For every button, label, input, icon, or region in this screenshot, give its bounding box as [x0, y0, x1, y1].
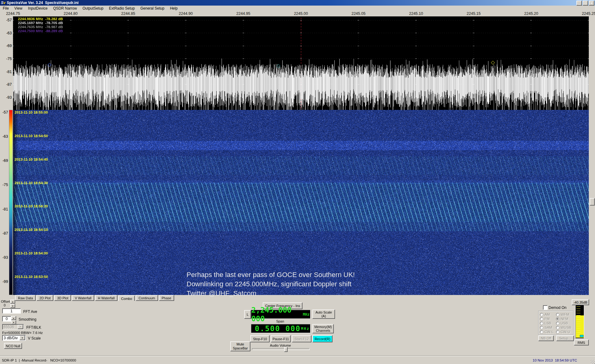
demod-mode-radio[interactable]: FM — [540, 317, 556, 321]
db-tick-label: -87 — [6, 83, 12, 87]
status-device-info: SDR-IP 1 | -Manual Record- NCO=10700000 — [2, 358, 76, 362]
fft-blk-label: FFT/BLK — [26, 325, 41, 330]
memory-channels-button[interactable]: Memory(M) Channels — [312, 324, 334, 333]
menu-item[interactable]: ExtRadio Setup — [106, 6, 138, 11]
window-control-button[interactable]: × — [589, 1, 594, 6]
frequency-tick-label: 2244.75 — [6, 11, 20, 16]
view-tab[interactable]: 3D Plot — [54, 295, 71, 301]
display-area: 2244.752244.802244.852244.902244.952245.… — [0, 11, 595, 295]
demod-on-label: Demod On — [549, 306, 566, 310]
spin-up-icon[interactable]: ▲ — [10, 300, 15, 304]
demod-mode-radio[interactable]: AM — [540, 312, 556, 317]
dropdown-icon[interactable]: ▼ — [20, 336, 25, 340]
offset-spinner[interactable]: ▲ ▼ — [10, 300, 15, 308]
frequency-tick-label: 2244.80 — [64, 11, 77, 16]
record-button[interactable]: Record(R) — [312, 335, 333, 342]
menu-item[interactable]: QSDR Narrow — [51, 6, 80, 11]
view-tab[interactable]: H Waterfall — [95, 295, 117, 301]
pause-button[interactable]: Pause-F11 — [271, 335, 291, 342]
view-tab[interactable]: 2D Plot — [37, 295, 53, 301]
offset-label: Offset — [1, 300, 10, 303]
demod-mode-radio[interactable]: SAM — [540, 325, 556, 330]
view-tab[interactable]: V Waterfall — [72, 295, 94, 301]
menu-item[interactable]: General Setup — [138, 6, 167, 11]
smoothing-input[interactable] — [2, 316, 11, 322]
lock-button[interactable]: L — [244, 310, 251, 319]
frequency-tick-label: 2244.90 — [179, 11, 193, 16]
auto-scale-button[interactable]: Auto Scale (A) — [312, 310, 335, 319]
db-tick-label: -75 — [6, 57, 12, 61]
window-titlebar[interactable]: Sv SpectraVue Ver. 3.24 SpectraVueqsdr.i… — [0, 0, 595, 6]
db-tick-label: -57 — [2, 110, 8, 115]
demod-mode-radio[interactable]: CW-L — [540, 330, 556, 334]
v-scale-label: V Scale — [28, 336, 41, 340]
annotation-line: Perhaps the last ever pass of GOCE over … — [187, 270, 355, 280]
nco-null-button[interactable]: NCO Null — [4, 343, 22, 349]
spin-up-icon[interactable]: ▲ — [11, 316, 16, 320]
view-tab[interactable]: Phase — [159, 295, 174, 301]
marker-readout: 2244.9836 MHz -78.282 dB — [18, 17, 63, 21]
stop-button[interactable]: Stop-F10 — [250, 335, 270, 342]
pane-splitter-handle[interactable] — [590, 198, 595, 206]
meter-marker[interactable] — [580, 335, 584, 337]
audio-volume-label: Audio Volume — [252, 344, 309, 347]
waterfall-db-scale: -57-63-69-75-81-87-93-99 — [0, 110, 8, 284]
dropdown-icon[interactable]: ▼ — [18, 325, 23, 329]
frequency-tick-label: 2245.10 — [409, 11, 423, 16]
demod-on-checkbox[interactable] — [543, 305, 548, 310]
signal-level-display: -40.35dB — [572, 299, 589, 305]
spectrum-canvas[interactable] — [13, 16, 589, 110]
window-title: SpectraVue Ver. 3.24 SpectraVueqsdr.ini — [7, 1, 79, 5]
radio-icon — [556, 317, 559, 321]
timestamp-label: 2013-11-10 18:55:00 — [15, 110, 48, 115]
center-frequency-display[interactable]: 2,245.000 000MHz — [251, 310, 311, 319]
v-scale-select[interactable]: 3 dB/Div ▼ — [2, 335, 26, 341]
demod-mode-radio[interactable]: LSB — [540, 321, 556, 325]
window-control-button[interactable]: _ — [576, 1, 582, 6]
frequency-tick-label: 2245.00 — [294, 11, 308, 16]
timestamp-label: 2013-11-10 18:54:40 — [15, 158, 48, 162]
resize-grip-icon[interactable] — [591, 360, 595, 364]
frequency-tick-label: 2245.05 — [351, 11, 365, 16]
radio-icon — [540, 317, 543, 321]
menu-item[interactable]: File — [0, 6, 11, 11]
slider-thumb[interactable] — [284, 347, 288, 352]
control-panel: Offset 0 ▲ ▼ FFT Ave ▲ ▼ Smoothing 65536… — [0, 301, 595, 356]
audio-level-meter — [575, 305, 584, 339]
frequency-scale: 2244.752244.802244.852244.902244.952245.… — [13, 11, 589, 16]
demod-mode-radio[interactable]: WUSB — [556, 325, 572, 330]
db-tick-label: -69 — [2, 159, 8, 163]
sample-rate-info: Fs=500000 RBW= 7.6 Hz — [2, 331, 43, 335]
mute-button[interactable]: Mute SpaceBar — [230, 341, 250, 351]
db-tick-label: -57 — [6, 18, 12, 22]
marker-readout: 2244.7635 MHz -78.987 dB — [18, 25, 63, 29]
menu-item[interactable]: View — [11, 6, 25, 11]
rms-button[interactable]: RMS — [574, 340, 589, 345]
spectravue-window: Sv SpectraVue Ver. 3.24 SpectraVueqsdr.i… — [0, 0, 595, 364]
waterfall-color-scale — [9, 110, 13, 295]
menu-item[interactable]: Help — [167, 6, 180, 11]
span-display[interactable]: 0.500 000MHz — [251, 324, 311, 333]
menu-item[interactable]: InputDevice — [25, 6, 50, 11]
smoothing-spinner[interactable]: ▲ ▼ — [11, 316, 16, 324]
window-control-button[interactable]: □ — [583, 1, 588, 6]
radio-icon — [556, 326, 559, 329]
view-tabs: Raw Data2D Plot3D PlotV WaterfallH Water… — [0, 295, 595, 301]
fft-ave-input[interactable] — [2, 308, 21, 314]
spectrum-plot[interactable]: 2244.9836 MHz -78.282 dB2245.1697 MHz -7… — [13, 16, 589, 110]
demod-mode-radio[interactable]: WFM — [556, 312, 572, 317]
db-tick-label: -93 — [6, 96, 12, 100]
db-tick-label: -63 — [2, 135, 8, 139]
view-tab[interactable]: Raw Data — [15, 295, 36, 301]
demod-mode-radio[interactable]: NFM — [556, 317, 572, 321]
demod-mode-radio[interactable]: USB — [556, 321, 572, 325]
view-tab[interactable]: Continuum — [136, 295, 158, 301]
fft-blk-select[interactable]: 65536 ▼ — [2, 324, 24, 330]
spin-down-icon[interactable]: ▼ — [10, 304, 15, 308]
frequency-tick-label: 2244.85 — [121, 11, 135, 16]
audio-volume-slider[interactable] — [252, 348, 310, 350]
demod-mode-radio[interactable]: CW-U — [556, 330, 572, 334]
waterfall-plot[interactable]: 2013-11-10 18:55:002013-11-10 18:54:5020… — [13, 110, 589, 295]
radio-icon — [556, 313, 559, 316]
menu-item[interactable]: OutputSetup — [80, 6, 106, 11]
